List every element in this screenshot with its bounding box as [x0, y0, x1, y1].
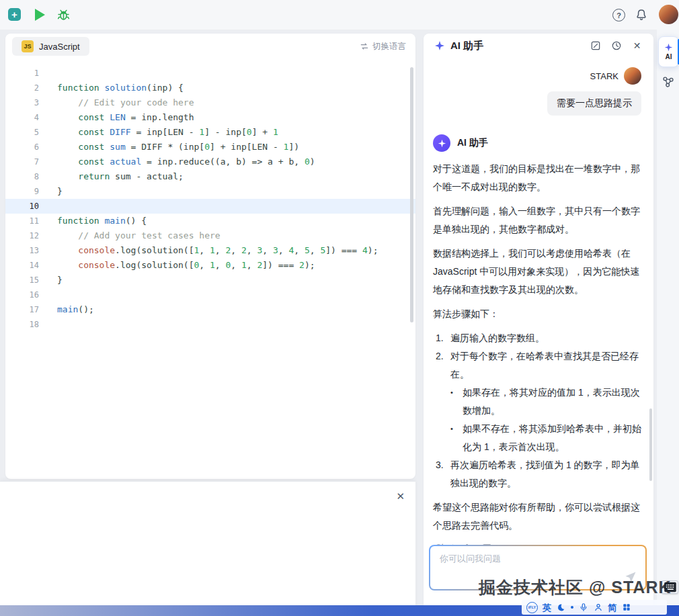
- line-number: 7: [5, 155, 39, 169]
- line-number: 4: [5, 110, 39, 125]
- js-badge: JS: [22, 40, 34, 52]
- debug-button[interactable]: [56, 7, 71, 21]
- ai-sidebar-label: AI: [666, 53, 672, 60]
- new-chat-button[interactable]: [590, 40, 601, 52]
- code-area[interactable]: 12function solution(inp) {3 // Edit your…: [5, 59, 415, 332]
- line-number: 8: [5, 169, 39, 184]
- line-number: 6: [5, 140, 39, 155]
- ai-message: AI 助手 对于这道题，我们的目标是找出在一堆数字中，那个唯一不成对出现的数字。…: [433, 134, 641, 546]
- ai-sidebar-toggle[interactable]: AI: [658, 36, 679, 67]
- run-button[interactable]: [34, 8, 46, 21]
- chat-messages[interactable]: STARK 需要一点思路提示 AI 助手 对于这道题，我们的目标是找出在一堆数字…: [424, 58, 653, 546]
- ime-lang-toggle[interactable]: 英: [543, 603, 551, 612]
- ai-steps: 1.遍历输入的数字数组。2.对于每个数字，在哈希表中查找其是否已经存在。•如果存…: [433, 329, 641, 492]
- editor-tabbar: JS JavaScript 切换语言: [5, 34, 415, 59]
- code-line[interactable]: 14 console.log(solution([0, 1, 0, 1, 2])…: [5, 258, 415, 273]
- tab-label: JavaScript: [39, 42, 80, 52]
- line-number: 17: [5, 302, 39, 317]
- ai-name: AI 助手: [457, 137, 488, 149]
- ai-paragraph: 算法步骤如下：: [433, 305, 641, 323]
- line-number: 14: [5, 258, 39, 273]
- notifications-button[interactable]: [635, 8, 648, 21]
- code-line[interactable]: 3 // Edit your code here: [5, 95, 415, 110]
- code-line[interactable]: 18: [5, 317, 415, 332]
- history-button[interactable]: [610, 40, 622, 52]
- ai-step-item: •如果存在，将其对应的值加 1，表示出现次数增加。: [433, 384, 641, 420]
- line-number: 15: [5, 273, 39, 288]
- plus-icon: +: [11, 9, 17, 19]
- code-line[interactable]: 17main();: [5, 302, 415, 317]
- ai-paragraph: 首先理解问题，输入一组数字，其中只有一个数字是单独出现的，其他数字都成对。: [433, 202, 641, 238]
- ime-grid-icon[interactable]: [621, 603, 631, 613]
- code-line[interactable]: 2function solution(inp) {: [5, 81, 415, 95]
- ime-logo[interactable]: iFLY: [526, 602, 538, 613]
- help-button[interactable]: ?: [612, 9, 625, 21]
- close-assistant-button[interactable]: ✕: [631, 40, 643, 52]
- ime-simplified-toggle[interactable]: 简: [608, 603, 616, 612]
- user-avatar[interactable]: [659, 5, 678, 24]
- tab-javascript[interactable]: JS JavaScript: [12, 37, 89, 56]
- line-number: 9: [5, 184, 39, 199]
- ai-step-item: 2.对于每个数字，在哈希表中查找其是否已经存在。: [433, 347, 641, 384]
- ai-message-content: 对于这道题，我们的目标是找出在一堆数字中，那个唯一不成对出现的数字。首先理解问题…: [433, 160, 641, 546]
- ai-paragraph: 数据结构选择上，我们可以考虑使用哈希表（在 JavaScript 中可以用对象来…: [433, 245, 641, 299]
- line-number: 10: [5, 199, 39, 214]
- console-panel: ✕: [0, 481, 415, 616]
- code-line[interactable]: 15}: [5, 273, 415, 288]
- topbar: + ?: [0, 0, 679, 30]
- code-line[interactable]: 16: [5, 288, 415, 302]
- chat-scrollbar[interactable]: [649, 408, 652, 481]
- bug-icon: [56, 7, 71, 21]
- app-window: + ? JS Ja: [0, 0, 679, 616]
- ime-moon-icon[interactable]: [556, 603, 566, 613]
- code-line[interactable]: 9}: [5, 184, 415, 199]
- play-icon: [35, 9, 45, 21]
- code-line[interactable]: 6 const sum = DIFF * (inp[0] + inp[LEN -…: [5, 140, 415, 155]
- code-line[interactable]: 11function main() {: [5, 214, 415, 228]
- switch-language-button[interactable]: 切换语言: [360, 34, 406, 59]
- line-number: 18: [5, 317, 39, 332]
- ai-step-item: 1.遍历输入的数字数组。: [433, 329, 641, 347]
- code-line[interactable]: 7 const actual = inp.reduce((a, b) => a …: [5, 155, 415, 169]
- code-line[interactable]: 4 const LEN = inp.length: [5, 110, 415, 125]
- user-message-bubble: 需要一点思路提示: [547, 91, 641, 116]
- ai-avatar: [433, 134, 450, 152]
- ime-contacts-icon[interactable]: [593, 603, 603, 613]
- line-number: 11: [5, 214, 39, 228]
- ime-toolbar: iFLY 英 简: [522, 600, 667, 615]
- sparkle-icon: [664, 43, 673, 52]
- switch-language-icon: [360, 42, 369, 51]
- switch-language-label: 切换语言: [372, 41, 406, 52]
- line-number: 3: [5, 95, 39, 110]
- line-number: 5: [5, 125, 39, 140]
- ai-paragraphs: 对于这道题，我们的目标是找出在一堆数字中，那个唯一不成对出现的数字。首先理解问题…: [433, 160, 641, 323]
- right-tool-rail: AI: [656, 30, 679, 616]
- watermark: 掘金技术社区 @ STARK: [479, 576, 672, 599]
- ai-assistant-panel: AI 助手 ✕ STARK 需要一点思路提示: [424, 34, 653, 616]
- ai-paragraph: 对于这道题，我们的目标是找出在一堆数字中，那个唯一不成对出现的数字。: [433, 160, 641, 196]
- console-close-button[interactable]: ✕: [396, 491, 405, 501]
- ai-step-item: 3.再次遍历哈希表，找到值为 1 的数字，即为单独出现的数字。: [433, 456, 641, 492]
- user-message-header: STARK: [433, 67, 641, 85]
- line-number: 13: [5, 243, 39, 258]
- add-button[interactable]: +: [8, 8, 21, 21]
- code-line[interactable]: 5 const DIFF = inp[LEN - 1] - inp[0] + 1: [5, 125, 415, 140]
- tools-button[interactable]: [662, 75, 675, 89]
- ime-mic-icon[interactable]: [578, 603, 588, 613]
- editor-scrollbar[interactable]: [410, 67, 413, 322]
- user-name: STARK: [590, 71, 618, 81]
- chat-input[interactable]: [438, 552, 623, 580]
- code-line[interactable]: 1: [5, 66, 415, 81]
- assistant-header: AI 助手 ✕: [424, 34, 653, 58]
- code-line[interactable]: 12 // Add your test cases here: [5, 228, 415, 243]
- code-line[interactable]: 10: [5, 199, 415, 214]
- question-icon: ?: [616, 11, 621, 19]
- code-line[interactable]: 13 console.log(solution([1, 1, 2, 2, 3, …: [5, 243, 415, 258]
- molecule-icon: [662, 75, 675, 89]
- line-number: 12: [5, 228, 39, 243]
- line-number: 16: [5, 288, 39, 302]
- line-number: 2: [5, 81, 39, 95]
- ai-closing: 希望这个思路能对你有所帮助，你可以尝试根据这个思路去完善代码。: [433, 498, 641, 535]
- ime-dot-icon[interactable]: [571, 606, 573, 609]
- code-line[interactable]: 8 return sum - actual;: [5, 169, 415, 184]
